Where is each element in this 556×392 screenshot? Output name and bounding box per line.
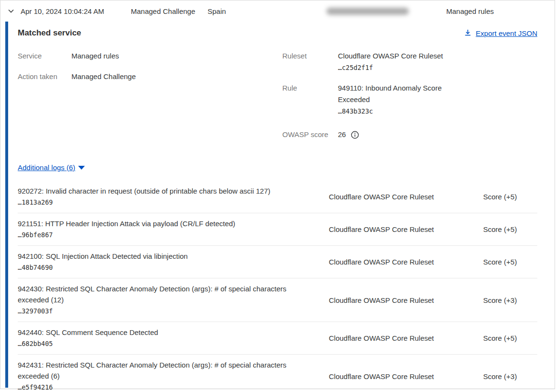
log-hash: …96bfe867 [18,230,307,241]
log-hash: …e5f94216 [18,382,307,392]
service-value: Managed rules [71,50,186,62]
log-ruleset: Cloudflare OWASP Core Ruleset [329,296,483,304]
log-row: 942100: SQL Injection Attack Detected vi… [18,246,537,278]
ruleset-hash: …c25d2f1f [338,62,453,73]
action-taken-value: Managed Challenge [71,71,186,82]
log-title: 920272: Invalid character in request (ou… [18,185,307,196]
additional-logs-label: Additional logs (6) [18,163,75,172]
log-title: 921151: HTTP Header Injection Attack via… [18,218,307,229]
log-hash: …1813a269 [18,197,307,208]
log-hash: …682bb405 [18,338,307,349]
triangle-down-icon [78,166,85,170]
log-score: Score (+5) [483,334,537,342]
log-row: 942431: Restricted SQL Character Anomaly… [18,355,537,392]
ruleset-value: Cloudflare OWASP Core Ruleset [338,50,453,62]
owasp-score-field: OWASP score 26 [282,129,537,140]
event-country: Spain [208,7,326,15]
log-row: 942440: SQL Comment Sequence Detected …6… [18,322,537,355]
event-detail-panel: Matched service Export event JSON Servic… [0,22,555,389]
download-icon [464,29,472,38]
log-hash: …3297003f [18,306,307,317]
additional-logs-list: 920272: Invalid character in request (ou… [18,181,537,392]
log-score: Score (+3) [483,296,537,304]
log-title: 942431: Restricted SQL Character Anomaly… [18,359,307,381]
log-row: 920272: Invalid character in request (ou… [18,181,537,213]
rule-value: 949110: Inbound Anomaly Score Exceeded [338,82,453,105]
action-taken-field: Action taken Managed Challenge [18,71,282,82]
log-score: Score (+5) [483,258,537,266]
log-title: 942430: Restricted SQL Character Anomaly… [18,283,307,305]
event-detail-frame: Apr 10, 2024 10:04:24 AM Managed Challen… [0,0,555,389]
log-score: Score (+5) [483,225,537,233]
log-row: 942430: Restricted SQL Character Anomaly… [18,278,537,322]
rule-label: Rule [282,82,338,117]
rule-hash: …843b323c [338,105,453,117]
log-ruleset: Cloudflare OWASP Core Ruleset [329,193,483,201]
additional-logs-toggle[interactable]: Additional logs (6) [18,163,85,172]
ruleset-field: Ruleset Cloudflare OWASP Core Ruleset …c… [282,50,537,73]
action-taken-label: Action taken [18,71,71,82]
event-service: Managed rules [446,7,494,15]
rule-field: Rule 949110: Inbound Anomaly Score Excee… [282,82,537,117]
event-summary-row[interactable]: Apr 10, 2024 10:04:24 AM Managed Challen… [0,0,555,22]
owasp-score-label: OWASP score [282,129,338,140]
service-field: Service Managed rules [18,50,282,62]
log-ruleset: Cloudflare OWASP Core Ruleset [329,258,483,266]
redacted-value-cell [326,8,413,15]
export-link-label: Export event JSON [476,29,537,37]
panel-title: Matched service [18,28,81,38]
log-title: 942100: SQL Injection Attack Detected vi… [18,251,307,262]
log-ruleset: Cloudflare OWASP Core Ruleset [329,225,483,233]
log-ruleset: Cloudflare OWASP Core Ruleset [329,372,483,380]
service-label: Service [18,50,71,62]
info-icon[interactable] [351,131,359,139]
log-ruleset: Cloudflare OWASP Core Ruleset [329,334,483,342]
event-timestamp: Apr 10, 2024 10:04:24 AM [21,7,131,15]
chevron-down-icon[interactable] [7,7,21,15]
event-action: Managed Challenge [131,7,208,15]
log-score: Score (+3) [483,372,537,380]
ruleset-label: Ruleset [282,50,338,73]
export-event-json-link[interactable]: Export event JSON [464,29,537,38]
redacted-blur [326,8,409,15]
log-hash: …48b74690 [18,262,307,273]
log-row: 921151: HTTP Header Injection Attack via… [18,213,537,246]
log-title: 942440: SQL Comment Sequence Detected [18,327,307,338]
owasp-score-value: 26 [338,129,346,140]
log-score: Score (+5) [483,193,537,201]
